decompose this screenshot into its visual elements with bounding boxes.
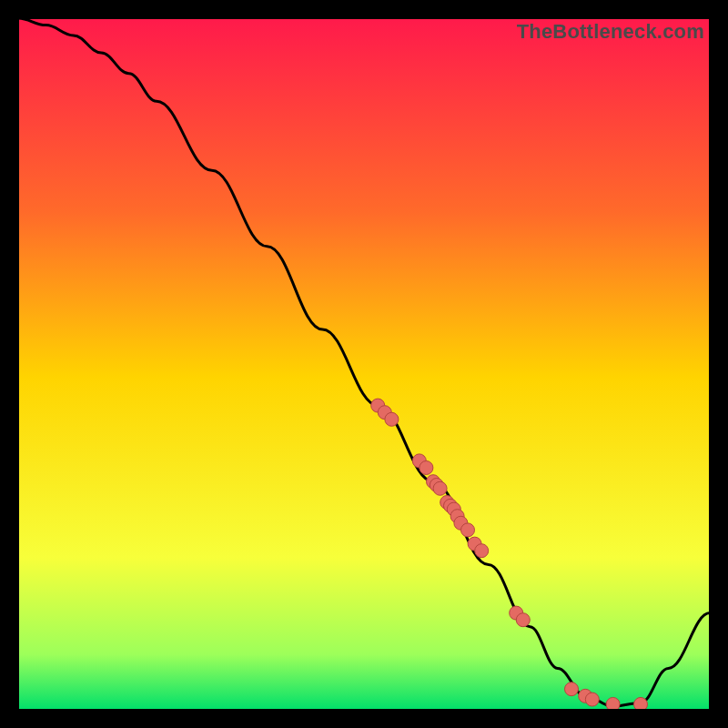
chart-svg — [18, 18, 710, 710]
sample-dot — [585, 693, 599, 706]
sample-dot — [606, 697, 620, 710]
sample-dot — [385, 412, 399, 426]
sample-dot — [565, 682, 579, 696]
sample-dot — [420, 461, 433, 475]
sample-dot — [634, 697, 648, 710]
chart-frame: TheBottleneck.com — [18, 18, 710, 710]
gradient-background — [18, 18, 710, 710]
sample-dot — [475, 544, 489, 558]
sample-dot — [461, 523, 475, 537]
watermark-text: TheBottleneck.com — [517, 20, 704, 44]
sample-dot — [433, 481, 447, 495]
sample-dot — [516, 613, 530, 627]
